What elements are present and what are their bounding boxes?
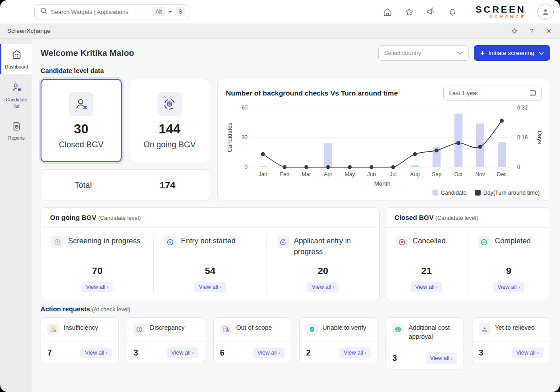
chevron-down-icon bbox=[457, 50, 463, 56]
svg-text:Jun: Jun bbox=[367, 171, 376, 178]
window-title: ScreenXchange bbox=[7, 27, 50, 34]
clock-icon bbox=[51, 236, 64, 248]
out-of-scope-card: Out of scope 6 View all › bbox=[213, 317, 291, 364]
bell-icon[interactable] bbox=[447, 7, 457, 17]
ongoing-bgv-panel-title: On going BGV (Candidate level) bbox=[41, 208, 379, 228]
closed-bgv-count: 30 bbox=[74, 122, 88, 137]
chart-title: Number of background checks Vs Turn arou… bbox=[226, 89, 398, 97]
ongoing-bgv-card[interactable]: 144 On going BGV bbox=[129, 79, 210, 162]
legend-candidate-swatch bbox=[432, 190, 438, 196]
entry-not-started-count: 54 bbox=[164, 265, 256, 276]
close-icon[interactable]: × bbox=[545, 27, 553, 35]
country-select[interactable]: Select country bbox=[378, 45, 468, 61]
view-all-out-of-scope-button[interactable]: View all › bbox=[253, 347, 285, 358]
completed-label: Completed bbox=[495, 236, 531, 246]
page-title: Welcome Kritika Maloo bbox=[41, 48, 134, 58]
global-search[interactable]: Alt + S bbox=[34, 5, 189, 19]
out-of-scope-count: 6 bbox=[220, 348, 225, 358]
insufficiency-count: 7 bbox=[47, 348, 52, 358]
sidebar-item-candidate-list[interactable]: Candidate list bbox=[0, 77, 32, 113]
svg-text:0: 0 bbox=[244, 164, 248, 170]
yet-to-relieved-count: 3 bbox=[479, 348, 483, 358]
view-all-unable-button[interactable]: View all › bbox=[339, 347, 371, 358]
discrepancy-count: 3 bbox=[133, 348, 138, 358]
screening-in-progress-count: 70 bbox=[51, 265, 143, 276]
sidebar-item-dashboard[interactable]: Dashboard bbox=[0, 44, 32, 74]
date-range-select[interactable]: Last 1 year bbox=[443, 86, 542, 100]
shield-check-icon bbox=[306, 324, 318, 335]
svg-text:Nov: Nov bbox=[475, 171, 485, 178]
brand-logo: SCREEN XCHANGE bbox=[475, 5, 526, 19]
view-all-completed-button[interactable]: View all › bbox=[493, 282, 524, 292]
svg-text:0: 0 bbox=[517, 164, 520, 170]
main-content: Welcome Kritika Maloo Select country + I… bbox=[32, 39, 560, 392]
svg-text:Days: Days bbox=[537, 131, 542, 144]
svg-text:Feb: Feb bbox=[280, 171, 289, 178]
play-circle-icon bbox=[164, 236, 176, 248]
sidebar-item-label: Reports bbox=[8, 135, 25, 141]
check-circle-icon bbox=[478, 236, 491, 248]
closed-bgv-label: Closed BGV bbox=[59, 140, 103, 150]
window-bar-actions: ? × bbox=[510, 27, 553, 35]
view-all-insufficiency-button[interactable]: View all › bbox=[80, 347, 112, 358]
svg-text:Aug: Aug bbox=[410, 171, 420, 178]
view-all-entry-button[interactable]: View all › bbox=[194, 282, 226, 292]
view-all-cost-button[interactable]: View all › bbox=[426, 353, 457, 364]
ongoing-bgv-count: 144 bbox=[159, 122, 180, 137]
svg-text:Month: Month bbox=[374, 180, 390, 187]
sidebar-item-label: Candidate list bbox=[2, 97, 31, 109]
hand-download-icon bbox=[479, 324, 491, 335]
total-card: Total 174 bbox=[41, 169, 210, 201]
applicant-entry-label: Applicant entry in progress bbox=[294, 236, 369, 257]
refresh-clock-icon bbox=[277, 236, 289, 248]
additional-cost-count: 3 bbox=[392, 354, 397, 363]
brand-logo-top: SCREEN bbox=[475, 4, 526, 14]
view-all-discrepancy-button[interactable]: View all › bbox=[167, 347, 198, 358]
view-all-relieved-button[interactable]: View all › bbox=[512, 347, 543, 358]
home-icon[interactable] bbox=[382, 7, 392, 17]
insufficiency-card: Insufficiency 7 View all › bbox=[41, 317, 119, 364]
view-all-screening-button[interactable]: View all › bbox=[82, 282, 113, 292]
svg-text:30: 30 bbox=[242, 134, 248, 141]
discrepancy-label: Discrepancy bbox=[150, 324, 184, 333]
megaphone-icon[interactable] bbox=[426, 7, 436, 17]
candidate-list-icon bbox=[11, 82, 23, 95]
completed-cell: Completed 9 View all › bbox=[468, 235, 550, 293]
brand-logo-bottom: XCHANGE bbox=[475, 15, 526, 19]
svg-text:60: 60 bbox=[242, 105, 248, 111]
help-icon[interactable]: ? bbox=[528, 27, 536, 35]
dashboard-icon bbox=[11, 49, 23, 62]
star-icon[interactable] bbox=[404, 7, 414, 17]
chart-plot: 0306000.160.32JanFebMarAprMayJunJulAugSe… bbox=[226, 101, 542, 197]
coin-dollar-icon bbox=[392, 324, 404, 335]
view-all-applicant-button[interactable]: View all › bbox=[307, 282, 339, 292]
legend-day: Day(Turn around time) bbox=[475, 190, 540, 196]
total-label: Total bbox=[41, 181, 125, 190]
initiate-screening-label: Initiate screening bbox=[488, 50, 534, 56]
date-range-label: Last 1 year bbox=[449, 90, 478, 96]
sync-gear-icon bbox=[157, 92, 182, 116]
cancelled-count: 21 bbox=[395, 265, 458, 276]
alert-circle-icon bbox=[133, 324, 145, 335]
chart-card: Number of background checks Vs Turn arou… bbox=[217, 79, 550, 201]
chart-legend: Candidate Day(Turn around time) bbox=[226, 190, 542, 196]
insufficiency-label: Insufficiency bbox=[64, 324, 98, 333]
entry-not-started-cell: Entry not started 54 View all › bbox=[153, 235, 266, 293]
search-input[interactable] bbox=[51, 9, 149, 15]
sidebar-item-reports[interactable]: Reports bbox=[0, 116, 32, 146]
app-window: Alt + S SCREEN XCHANGE bbox=[0, 0, 560, 392]
svg-text:May: May bbox=[344, 171, 355, 178]
svg-text:Candidates: Candidates bbox=[226, 123, 233, 152]
plus-icon: + bbox=[480, 49, 485, 57]
view-all-cancelled-button[interactable]: View all › bbox=[411, 282, 442, 292]
ongoing-bgv-label: On going BGV bbox=[143, 140, 196, 150]
shortcut-alt-key: Alt bbox=[152, 7, 165, 16]
closed-bgv-card[interactable]: 30 Closed BGV bbox=[41, 79, 122, 162]
ongoing-bgv-panel: On going BGV (Candidate level) Screening… bbox=[41, 207, 380, 300]
applicant-entry-count: 20 bbox=[277, 265, 369, 276]
initiate-screening-button[interactable]: + Initiate screening bbox=[474, 45, 550, 61]
svg-text:Apr: Apr bbox=[324, 171, 332, 178]
closed-bgv-panel: Closed BGV (Candidate level) Cancelled 2… bbox=[385, 207, 550, 300]
user-avatar[interactable] bbox=[537, 4, 554, 20]
favorite-star-icon[interactable] bbox=[510, 27, 519, 35]
